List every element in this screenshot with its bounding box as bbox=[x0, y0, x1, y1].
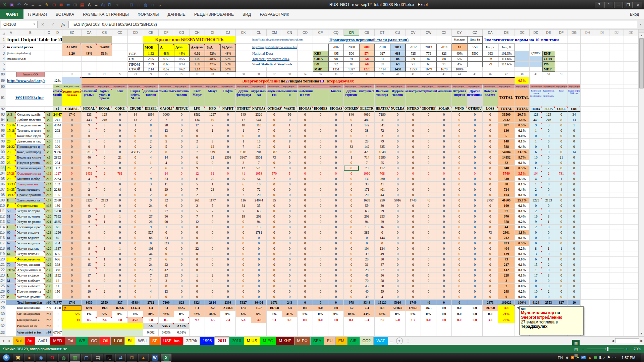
cell-CW110[interactable]: 0 bbox=[421, 203, 436, 208]
cell-CN98[interactable]: 8 bbox=[282, 139, 298, 144]
cell-CI102[interactable]: 0 bbox=[205, 160, 220, 166]
cell-CF100[interactable]: 6 bbox=[159, 149, 174, 155]
cell-CS108[interactable]: 20 bbox=[359, 192, 375, 198]
cell-BZ124[interactable]: 0 bbox=[62, 278, 82, 284]
cell-CN88[interactable]: 33 bbox=[282, 72, 298, 77]
cell-DF126[interactable]: 0 bbox=[555, 289, 568, 294]
cell-DC89[interactable]: 0.5% bbox=[515, 77, 530, 84]
cell-CY128[interactable]: 0 bbox=[452, 300, 467, 305]
cell-CV98[interactable]: 0 bbox=[406, 139, 421, 144]
cell-CP91[interactable] bbox=[313, 89, 328, 107]
cell-CH118[interactable]: 22 bbox=[190, 246, 205, 251]
cell-CA125[interactable]: 0 bbox=[82, 284, 97, 289]
cell-DB120[interactable]: 73 bbox=[498, 257, 515, 262]
cell-DF4[interactable] bbox=[555, 56, 568, 62]
cell-CF127[interactable]: 0 bbox=[159, 294, 174, 300]
cell-CB122[interactable]: 0 bbox=[97, 267, 112, 273]
cell-A112[interactable]: 51 bbox=[6, 214, 16, 219]
cell-CX120[interactable]: 0 bbox=[436, 257, 452, 262]
cell-DF124[interactable]: 0 bbox=[555, 278, 568, 284]
zoom-slider-thumb[interactable] bbox=[607, 347, 608, 351]
cell-CD95[interactable]: 1 bbox=[128, 123, 143, 128]
cell-CJ111[interactable]: 0 bbox=[220, 208, 236, 214]
cell-CY114[interactable]: 0 bbox=[452, 225, 467, 230]
cell-CJ124[interactable]: 0 bbox=[220, 278, 236, 284]
cell-CG102[interactable]: 0 bbox=[174, 160, 190, 166]
cell-D96[interactable]: 262 bbox=[53, 128, 62, 133]
cell-CG90[interactable]: тераджоуль, bbox=[174, 84, 190, 89]
cell-CR106[interactable]: 0 bbox=[344, 182, 359, 187]
cell-CP93[interactable]: 0 bbox=[313, 112, 328, 117]
cell-DG118[interactable]: 0 bbox=[568, 246, 581, 251]
cell-DE92[interactable]: BCOA bbox=[542, 107, 555, 112]
sheet-tab-1995[interactable]: 1995 bbox=[200, 337, 215, 345]
cell-CU90[interactable]: тераджоуль, bbox=[390, 84, 406, 89]
cell-DC124[interactable]: 0.0% bbox=[515, 278, 530, 284]
cell-CU116[interactable]: 0 bbox=[390, 235, 406, 241]
cell-CB90[interactable]: тераджоуль, bbox=[97, 84, 112, 89]
cell-CZ109[interactable]: 0 bbox=[467, 198, 483, 203]
cell-CV131[interactable]: 1.7 bbox=[406, 317, 421, 323]
zoom-slider[interactable] bbox=[587, 349, 624, 349]
col-header-DH[interactable]: DH bbox=[581, 29, 595, 36]
cell-CQ118[interactable]: 0 bbox=[328, 246, 344, 251]
cell-CG125[interactable]: 0 bbox=[174, 284, 190, 289]
col-header-DI[interactable]: DI bbox=[595, 29, 609, 36]
cell-CS105[interactable]: 139 bbox=[359, 176, 375, 182]
col-header-CG[interactable]: CG bbox=[174, 29, 190, 36]
cell-CN94[interactable]: 0 bbox=[282, 117, 298, 123]
cell-CT5[interactable]: 67 bbox=[375, 62, 390, 67]
cell-B123[interactable]: Услуги в сфере bbox=[16, 273, 45, 278]
cell-DC5[interactable] bbox=[515, 62, 530, 67]
cell-DC115[interactable]: 1.8% bbox=[515, 230, 530, 235]
cell-CE119[interactable]: 44 bbox=[143, 251, 159, 257]
cell-CV129[interactable]: 1749.1 bbox=[406, 305, 421, 311]
sheet-tab-USE_bas[interactable]: USE_bas bbox=[161, 337, 183, 345]
cell-DB117[interactable]: 823 bbox=[498, 241, 515, 246]
cell-CK121[interactable]: 0 bbox=[236, 262, 251, 267]
cell-CB121[interactable]: 2 bbox=[97, 262, 112, 267]
cell-CX125[interactable]: 0 bbox=[436, 284, 452, 289]
cell-CH128[interactable]: 9324 bbox=[190, 300, 205, 305]
cell-DF2[interactable] bbox=[555, 44, 568, 51]
cell-CB102[interactable]: 0 bbox=[97, 160, 112, 166]
forward-icon[interactable]: → bbox=[37, 3, 43, 7]
cell-CJ130[interactable]: 0% bbox=[220, 311, 236, 317]
row-header-105[interactable]: 105 bbox=[0, 176, 6, 182]
cell-CR104[interactable]: 0 bbox=[344, 171, 359, 176]
cell-CC99[interactable]: 0 bbox=[112, 144, 128, 149]
cell-CY113[interactable]: 0 bbox=[452, 219, 467, 225]
cell-CO93[interactable]: 0 bbox=[298, 112, 313, 117]
cell-DB105[interactable]: 540 bbox=[498, 176, 515, 182]
cell-CK116[interactable]: 0 bbox=[236, 235, 251, 241]
row-header-5[interactable]: 5 bbox=[0, 62, 6, 67]
cell-CR122[interactable]: 0 bbox=[344, 267, 359, 273]
cell-CW102[interactable]: 0 bbox=[421, 160, 436, 166]
cell-CQ108[interactable]: 0 bbox=[328, 192, 344, 198]
cell-CF125[interactable]: 0 bbox=[159, 284, 174, 289]
cell-CZ4[interactable] bbox=[467, 56, 483, 62]
col-header-CY[interactable]: CY bbox=[452, 29, 467, 36]
delete-table-icon[interactable]: ▦ bbox=[79, 3, 85, 7]
cell-CH120[interactable]: 0 bbox=[190, 257, 205, 262]
cell-CA124[interactable]: 0 bbox=[82, 278, 97, 284]
col-header-CV[interactable]: CV bbox=[406, 29, 421, 36]
cell-CV91[interactable]: Гидроэлектрическая bbox=[406, 89, 421, 107]
cell-CV101[interactable]: 0 bbox=[406, 155, 421, 160]
cell-BZ104[interactable]: 0 bbox=[62, 171, 82, 176]
cell-B131[interactable]: Direct purchases a bbox=[16, 317, 45, 323]
cell-CM88[interactable]: 32 bbox=[267, 72, 282, 77]
cell-CN97[interactable]: 0 bbox=[282, 133, 298, 139]
cell-CV112[interactable]: 0 bbox=[406, 214, 421, 219]
cell-BZ108[interactable]: 0 bbox=[62, 192, 82, 198]
cell-CZ115[interactable]: 0 bbox=[467, 230, 483, 235]
cell-CK117[interactable]: 0 bbox=[236, 241, 251, 246]
cell-CD123[interactable]: 0 bbox=[128, 273, 143, 278]
cell-CA103[interactable]: 35 bbox=[82, 166, 97, 171]
cell-A124[interactable]: M bbox=[6, 278, 16, 284]
cell-DB104[interactable]: 5746 bbox=[498, 171, 515, 176]
cell-BZ1[interactable] bbox=[62, 36, 112, 44]
cell-CL94[interactable]: 544 bbox=[251, 117, 267, 123]
cell-CH107[interactable]: 7 bbox=[190, 187, 205, 192]
cell-CO125[interactable]: 0 bbox=[298, 284, 313, 289]
